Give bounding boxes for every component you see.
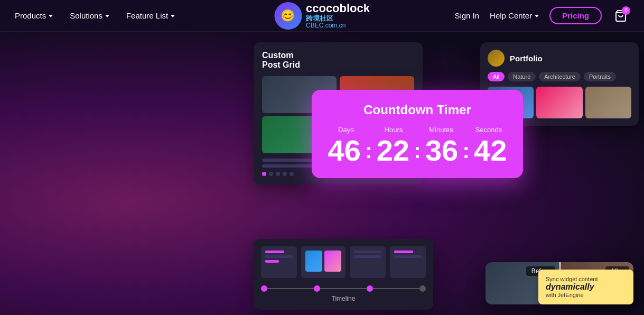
tcard-line-pink-1 bbox=[265, 251, 284, 253]
hours-value: 22 bbox=[372, 136, 414, 165]
tcard-line-4-1 bbox=[394, 251, 413, 253]
solutions-chevron-icon bbox=[105, 15, 109, 17]
products-chevron-icon bbox=[49, 15, 53, 17]
hours-label: Hours bbox=[372, 126, 415, 134]
tooltip-with-text: with JetEngine bbox=[546, 292, 626, 298]
dot-1 bbox=[262, 172, 266, 176]
countdown-labels: Days Hours Minutes Seconds bbox=[322, 126, 512, 134]
dot-2 bbox=[269, 172, 273, 176]
timeline-line-1 bbox=[267, 288, 314, 289]
portfolio-title: Portfolio bbox=[510, 54, 543, 63]
tag-nature[interactable]: Nature bbox=[508, 72, 536, 81]
tag-architecture[interactable]: Architecture bbox=[539, 72, 581, 81]
tcard-mini-img-1 bbox=[305, 251, 322, 272]
cart-button[interactable]: 0 bbox=[612, 7, 629, 24]
tag-portraits[interactable]: Portraits bbox=[584, 72, 616, 81]
timeline-item-3 bbox=[350, 246, 386, 278]
feature-list-chevron-icon bbox=[171, 15, 175, 17]
portfolio-header: Portfolio bbox=[488, 50, 631, 67]
post-grid-title: CustomPost Grid bbox=[262, 51, 414, 70]
timeline-dot-4 bbox=[419, 285, 426, 292]
hero-right: CustomPost Grid Por bbox=[232, 32, 644, 315]
help-chevron-icon bbox=[535, 15, 539, 17]
logo-emoji: 😊 bbox=[281, 9, 295, 23]
tooltip-small-text: Sync widget content bbox=[546, 276, 626, 282]
seconds-label: Seconds bbox=[468, 126, 510, 134]
timeline-line-3 bbox=[373, 288, 419, 289]
timeline-dot-3 bbox=[367, 285, 373, 292]
products-label: Products bbox=[15, 11, 46, 20]
logo-sub1: 跨境社区 bbox=[306, 15, 370, 22]
pricing-button[interactable]: Pricing bbox=[549, 7, 602, 24]
tcard-lines-4 bbox=[394, 251, 422, 258]
logo-text: ccocoblock 跨境社区 CBEC.com.cn bbox=[306, 2, 370, 30]
tcard-line-pink2-1 bbox=[265, 260, 279, 263]
nav-products[interactable]: Products bbox=[15, 11, 53, 20]
minutes-label: Minutes bbox=[420, 126, 462, 134]
countdown-numbers: 46 : 22 : 36 : 42 bbox=[322, 136, 512, 165]
countdown-title: Countdown Timer bbox=[322, 103, 512, 117]
timeline-dots-row bbox=[261, 285, 426, 292]
timeline-item-4 bbox=[390, 246, 426, 278]
countdown-card: Countdown Timer Days Hours Minutes Secon… bbox=[312, 90, 523, 178]
cart-badge: 0 bbox=[622, 6, 630, 15]
portfolio-avatar bbox=[488, 50, 505, 67]
tcard-imgs bbox=[305, 251, 341, 272]
nav-left: Products Solutions Feature List bbox=[15, 11, 175, 20]
timeline-item-2 bbox=[301, 246, 346, 278]
sep-1: : bbox=[365, 140, 372, 161]
tcard-line-3-2 bbox=[354, 255, 381, 258]
navbar: Products Solutions Feature List 😊 ccocob… bbox=[0, 0, 644, 32]
minutes-value: 36 bbox=[421, 136, 463, 165]
portfolio-tags: All Nature Architecture Portraits bbox=[488, 72, 631, 81]
tcard-mini-img-2 bbox=[324, 251, 341, 272]
dot-5 bbox=[290, 172, 294, 176]
logo-icon: 😊 bbox=[274, 2, 302, 30]
feature-list-label: Feature List bbox=[126, 11, 168, 20]
nav-right: Sign In Help Center Pricing 0 bbox=[454, 7, 629, 24]
sep-2: : bbox=[414, 140, 421, 161]
dot-3 bbox=[276, 172, 280, 176]
days-value: 46 bbox=[323, 136, 366, 165]
solutions-label: Solutions bbox=[70, 11, 102, 20]
days-label: Days bbox=[325, 126, 367, 134]
jetengine-tooltip: Sync widget content dynamically with Jet… bbox=[538, 270, 633, 304]
nav-logo[interactable]: 😊 ccocoblock 跨境社区 CBEC.com.cn bbox=[274, 2, 370, 30]
tooltip-big-text: dynamically bbox=[546, 282, 626, 292]
help-center-label: Help Center bbox=[490, 11, 532, 20]
timeline-card: Timeline bbox=[254, 239, 433, 310]
help-center-dropdown[interactable]: Help Center bbox=[490, 11, 539, 20]
tcard-lines-3 bbox=[354, 251, 381, 258]
nav-feature-list[interactable]: Feature List bbox=[126, 11, 175, 20]
timeline-dot-1 bbox=[261, 285, 267, 292]
logo-sub2: CBEC.com.cn bbox=[306, 22, 370, 29]
main-content: jet elements JetElements. Must-have desi… bbox=[0, 32, 644, 315]
tcard-line-3-1 bbox=[354, 251, 381, 253]
timeline-label: Timeline bbox=[261, 295, 426, 302]
sep-3: : bbox=[462, 140, 469, 161]
tag-all[interactable]: All bbox=[488, 72, 505, 81]
tcard-line-4-2 bbox=[394, 255, 422, 258]
timeline-items bbox=[261, 246, 426, 278]
brand-name: ccocoblock bbox=[306, 2, 370, 15]
tcard-lines-1 bbox=[265, 251, 293, 263]
nav-solutions[interactable]: Solutions bbox=[70, 11, 109, 20]
sign-in-link[interactable]: Sign In bbox=[454, 11, 479, 20]
seconds-value: 42 bbox=[469, 136, 511, 165]
portfolio-img-2 bbox=[536, 87, 582, 118]
timeline-dot-2 bbox=[314, 285, 320, 292]
dot-4 bbox=[283, 172, 287, 176]
tcard-line-1 bbox=[265, 255, 293, 258]
portfolio-img-3 bbox=[585, 87, 631, 118]
timeline-line-2 bbox=[320, 288, 367, 289]
timeline-item-1 bbox=[261, 246, 297, 278]
